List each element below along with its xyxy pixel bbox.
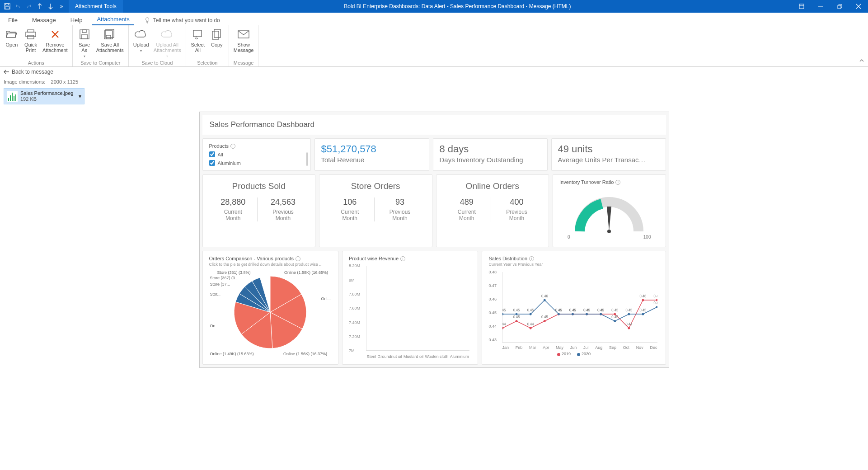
printer-icon — [24, 28, 37, 41]
collapse-ribbon-icon[interactable] — [859, 58, 864, 65]
svg-point-25 — [544, 320, 546, 322]
online-orders-card: Online Orders 489Current Month 400Previo… — [436, 174, 549, 247]
kpi-value: $51,270,578 — [321, 143, 422, 155]
tab-file[interactable]: File — [4, 15, 22, 25]
svg-point-49 — [544, 299, 546, 301]
kpi-avg-units: 49 units Average Units Per Transac… — [551, 138, 666, 171]
ribbon: Open Quick Print Remove Attachment Actio… — [0, 25, 868, 67]
copy-icon — [211, 28, 223, 41]
ribbon-display-options-icon[interactable] — [792, 0, 811, 13]
previous-item-icon[interactable] — [34, 1, 45, 12]
undo-icon — [13, 1, 23, 12]
svg-text:0.44: 0.44 — [527, 322, 534, 326]
ribbon-group-message: Message — [232, 59, 256, 66]
save-all-button[interactable]: Save All Attachments — [94, 27, 126, 59]
svg-text:0.45: 0.45 — [584, 308, 591, 312]
svg-point-21 — [516, 320, 518, 322]
cloud-upload-icon — [135, 28, 147, 41]
attachment-row: Sales Performance.jpeg 192 KB ▾ — [0, 86, 868, 107]
svg-rect-3 — [799, 4, 804, 9]
kpi-label: Average Units Per Transac… — [558, 156, 659, 164]
qat-overflow-icon[interactable]: » — [56, 1, 67, 12]
svg-text:0.45: 0.45 — [513, 315, 520, 319]
back-to-message-label: Back to message — [12, 69, 53, 75]
tell-me-placeholder: Tell me what you want to do — [153, 17, 220, 24]
products-sold-card: Products Sold 28,880Current Month 24,563… — [202, 174, 316, 247]
arrow-left-icon — [4, 70, 9, 74]
svg-point-37 — [628, 327, 630, 329]
svg-point-18 — [607, 230, 611, 233]
svg-point-55 — [586, 313, 588, 315]
ribbon-tabs: File Message Help Attachments Tell me wh… — [0, 13, 868, 25]
svg-text:0.44: 0.44 — [626, 322, 633, 326]
tab-message[interactable]: Message — [28, 15, 61, 25]
save-icon[interactable] — [2, 1, 13, 12]
quick-print-button[interactable]: Quick Print — [22, 27, 40, 54]
info-icon: i — [230, 144, 235, 149]
svg-rect-7 — [28, 35, 34, 39]
tab-attachments[interactable]: Attachments — [92, 14, 134, 25]
cloud-upload-all-icon — [161, 28, 174, 41]
svg-rect-4 — [838, 5, 841, 9]
svg-text:0.45: 0.45 — [612, 308, 619, 312]
upload-button[interactable]: Upload▾ — [131, 27, 151, 59]
image-dimensions-value: 2000 x 1125 — [51, 79, 79, 85]
svg-text:0.45: 0.45 — [612, 315, 619, 319]
kpi-days-inventory: 8 days Days Inventory Outstanding — [433, 138, 548, 171]
svg-rect-9 — [82, 30, 86, 33]
next-item-icon[interactable] — [45, 1, 56, 12]
close-icon[interactable] — [849, 0, 868, 13]
folder-open-icon — [5, 28, 18, 41]
svg-rect-6 — [26, 32, 36, 37]
svg-point-23 — [530, 327, 532, 329]
product-revenue-card: Product wise Revenuei 8.20M8M7.80M7.60M7… — [342, 251, 479, 365]
image-dimensions-label: Image dimensions: — [4, 79, 45, 85]
svg-rect-10 — [81, 35, 88, 39]
svg-text:0.45: 0.45 — [541, 315, 548, 319]
svg-text:0.44: 0.44 — [502, 322, 506, 326]
svg-text:0.45: 0.45 — [502, 308, 506, 312]
show-message-button[interactable]: Show Message — [232, 27, 256, 54]
tell-me-search[interactable]: Tell me what you want to do — [140, 15, 225, 25]
select-all-button[interactable]: Select All — [189, 27, 207, 54]
chevron-down-icon[interactable]: ▾ — [79, 93, 81, 99]
attachment-chip[interactable]: Sales Performance.jpeg 192 KB ▾ — [4, 88, 84, 104]
redo-icon — [23, 1, 34, 12]
kpi-total-revenue: $51,270,578 Total Revenue — [314, 138, 429, 171]
kpi-value: 49 units — [558, 143, 659, 155]
svg-point-59 — [614, 320, 616, 322]
back-to-message-bar[interactable]: Back to message — [0, 67, 868, 77]
svg-point-51 — [558, 313, 560, 315]
contextual-tab-label: Attachment Tools — [69, 0, 123, 13]
svg-rect-14 — [193, 30, 202, 37]
svg-point-47 — [530, 313, 532, 315]
dashboard-image: Sales Performance Dashboard Productsi Al… — [199, 112, 669, 368]
svg-text:0.46: 0.46 — [654, 294, 657, 298]
remove-attachment-button[interactable]: Remove Attachment — [41, 27, 70, 54]
attachment-preview-pane: Sales Performance Dashboard Productsi Al… — [0, 107, 868, 470]
minimize-icon[interactable] — [811, 0, 830, 13]
svg-text:0.45: 0.45 — [640, 308, 647, 312]
svg-point-63 — [642, 313, 644, 315]
image-dimensions-row: Image dimensions: 2000 x 1125 — [0, 77, 868, 86]
select-all-icon — [192, 28, 204, 41]
save-as-button[interactable]: Save As▾ — [75, 27, 94, 59]
svg-text:0.45: 0.45 — [527, 308, 534, 312]
svg-text:0.45: 0.45 — [513, 308, 520, 312]
scrollbar — [306, 152, 308, 166]
ribbon-group-actions: Actions — [3, 59, 70, 66]
maximize-icon[interactable] — [830, 0, 849, 13]
open-button[interactable]: Open — [3, 27, 21, 54]
info-icon: i — [615, 180, 620, 185]
tab-help[interactable]: Help — [66, 15, 87, 25]
svg-point-39 — [642, 299, 644, 301]
ribbon-group-selection: Selection — [189, 59, 226, 66]
svg-rect-15 — [214, 29, 221, 38]
svg-point-53 — [572, 313, 574, 315]
svg-rect-16 — [212, 31, 219, 39]
quick-access-toolbar: » — [0, 1, 69, 12]
filter-option: Aluminium — [209, 160, 304, 166]
copy-button[interactable]: Copy — [208, 27, 226, 54]
window-title: Bold BI Enterprise Dashboards: Data Aler… — [123, 3, 792, 9]
info-icon: i — [400, 256, 405, 261]
